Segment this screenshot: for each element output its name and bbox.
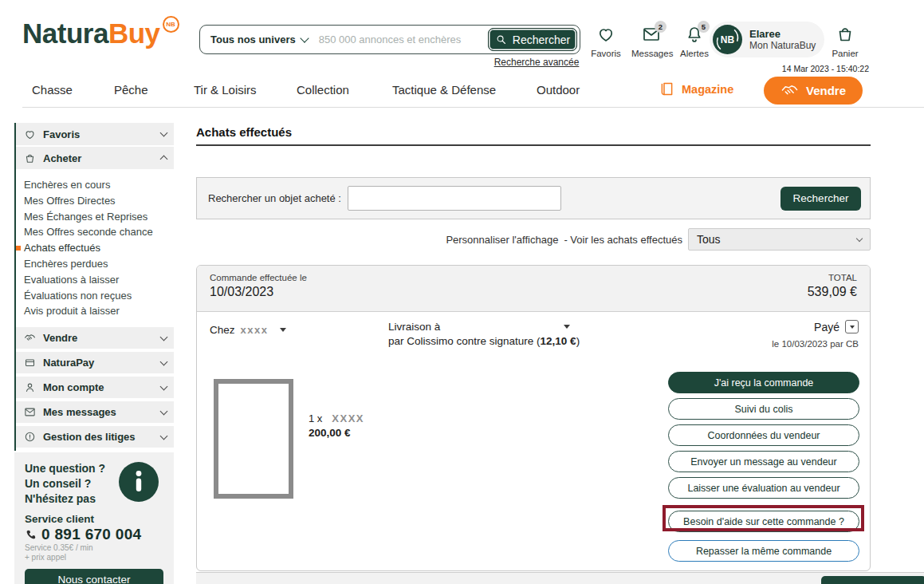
- chevron-down-icon: [160, 333, 168, 341]
- payment-details: le 10/03/2023 par CB: [772, 339, 859, 349]
- search-input[interactable]: [317, 33, 486, 46]
- sidebar-item-vendre[interactable]: Vendre: [16, 327, 174, 349]
- sidebar-item-offres-seconde-chance[interactable]: Mes Offres seconde chance: [16, 224, 174, 240]
- universe-selector[interactable]: Tous nos univers: [210, 34, 308, 45]
- package-tracking-button[interactable]: Suivi du colis: [668, 398, 859, 420]
- order-card: Commande effectuée le 10/03/2023 TOTAL 5…: [196, 265, 871, 571]
- sidebar-item-echanges-reprises[interactable]: Mes Échanges et Reprises: [16, 209, 174, 225]
- orders-filter-select[interactable]: Tous: [688, 228, 871, 251]
- chevron-down-icon: [160, 129, 168, 137]
- heart-icon: [24, 128, 36, 140]
- payment-dropdown-button[interactable]: [845, 320, 859, 333]
- seller-contact-details-button[interactable]: Coordonnées du vendeur: [668, 424, 859, 446]
- sidebar-item-mes-messages[interactable]: Mes messages: [16, 401, 174, 423]
- message-seller-button[interactable]: Envoyer un message au vendeur: [668, 451, 859, 472]
- sidebar-item-encheres-en-cours[interactable]: Enchères en cours: [16, 177, 174, 193]
- sidebar-item-gestion-litiges[interactable]: Gestion des litiges: [16, 426, 174, 448]
- order-total-value: 539,09 €: [808, 285, 857, 299]
- item-quantity: 1 x: [309, 412, 322, 424]
- order-search-button[interactable]: Rechercher: [780, 187, 861, 211]
- sidebar-item-offres-directes[interactable]: Mes Offres Directes: [16, 193, 174, 209]
- nav-item-collection[interactable]: Collection: [297, 83, 349, 97]
- nav-item-chasse[interactable]: Chasse: [32, 83, 73, 97]
- advanced-search-link[interactable]: Recherche avancée: [492, 57, 581, 68]
- magazine-link[interactable]: Magazine: [659, 81, 733, 97]
- delivery-label: Livraison à: [388, 320, 651, 334]
- sidebar-item-achats-effectues[interactable]: Achats effectués: [16, 240, 174, 256]
- chevron-down-icon: [856, 235, 863, 241]
- seller-name: xxxx: [241, 324, 269, 336]
- search-icon: [495, 34, 507, 45]
- logo-text-natura: Natura: [22, 18, 108, 49]
- cart-button[interactable]: Panier: [829, 25, 861, 58]
- order-help-button[interactable]: Besoin d'aide sur cette commande ?: [668, 511, 859, 532]
- nav-divider: [22, 107, 924, 108]
- item-name: XXXX: [332, 412, 364, 424]
- display-prefix-label: Personnaliser l'affichage: [446, 234, 558, 246]
- heart-icon: [596, 25, 615, 44]
- datetime-display: 14 Mar 2023 - 15:40:22: [757, 64, 869, 73]
- order-card-header: Commande effectuée le 10/03/2023 TOTAL 5…: [197, 266, 870, 312]
- sell-button-label: Vendre: [806, 84, 846, 97]
- delivery-method: par Colissimo contre signature (: [388, 335, 541, 347]
- order-search-input[interactable]: [348, 186, 561, 211]
- chevron-down-icon: [160, 407, 168, 415]
- seller-dropdown[interactable]: Chez xxxx: [210, 324, 286, 336]
- wallet-icon: [24, 357, 36, 369]
- nav-item-tactique-defense[interactable]: Tactique & Défense: [392, 83, 496, 97]
- sidebar-item-naturapay[interactable]: NaturaPay: [16, 352, 174, 373]
- payment-block: Payé le 10/03/2023 par CB: [772, 320, 859, 349]
- delivery-cost: 12,10 €: [541, 335, 576, 347]
- delivery-dropdown-triangle-icon[interactable]: [564, 325, 570, 329]
- order-total-label: TOTAL: [808, 273, 857, 282]
- sidebar-item-avis-produit[interactable]: Avis produit à laisser: [16, 303, 174, 319]
- service-client-label: Service client: [25, 513, 163, 525]
- favorites-label: Favoris: [590, 49, 622, 58]
- alerts-button[interactable]: 5 Alertes: [677, 25, 712, 58]
- order-search-panel: Rechercher un objet acheté : Rechercher: [196, 177, 871, 219]
- sidebar-item-encheres-perdues[interactable]: Enchères perdues: [16, 256, 174, 272]
- favorites-button[interactable]: Favoris: [590, 25, 622, 58]
- nav-item-tir-loisirs[interactable]: Tir & Loisirs: [194, 83, 257, 97]
- sidebar-item-evaluations-a-laisser[interactable]: Evaluations à laisser: [16, 272, 174, 288]
- sell-button[interactable]: Vendre: [764, 77, 863, 105]
- handshake-icon: [780, 81, 799, 100]
- logo-text-buy: Buy: [108, 18, 160, 49]
- basket-icon: [836, 25, 855, 44]
- sidebar-item-favoris[interactable]: Favoris: [16, 123, 174, 145]
- phone-rate-line2: + prix appel: [25, 553, 163, 562]
- reorder-button[interactable]: Repasser la même commande: [668, 540, 859, 562]
- account-menu[interactable]: NB Elaree Mon NaturaBuy: [710, 22, 824, 57]
- order-actions: J'ai reçu la commande Suivi du colis Coo…: [668, 372, 859, 566]
- nav-item-peche[interactable]: Pêche: [114, 83, 148, 97]
- sidebar-item-acheter[interactable]: Acheter: [16, 147, 174, 169]
- messages-badge: 2: [655, 21, 666, 33]
- chevron-down-icon: [160, 357, 168, 365]
- contact-us-button[interactable]: Nous contacter: [25, 569, 163, 584]
- received-order-button[interactable]: J'ai reçu la commande: [668, 372, 859, 393]
- chevron-down-icon: [300, 34, 309, 42]
- search-button[interactable]: Rechercher: [488, 28, 577, 51]
- chevron-up-icon: [160, 156, 168, 164]
- order-date-label: Commande effectuée le: [210, 273, 307, 282]
- payment-status: Payé: [814, 321, 839, 333]
- user-account-label: Mon NaturaBuy: [749, 40, 816, 51]
- messages-label: Messages: [631, 49, 671, 58]
- nav-item-outdoor[interactable]: Outdoor: [537, 83, 580, 97]
- seller-prefix: Chez: [210, 324, 235, 336]
- info-icon: [119, 462, 159, 502]
- item-price: 200,00 €: [309, 427, 364, 439]
- sidebar-item-evaluations-non-recues[interactable]: Évaluations non reçues: [16, 288, 174, 304]
- delivery-info: Livraison à par Colissimo contre signatu…: [388, 320, 651, 349]
- sidebar-item-mon-compte[interactable]: Mon compte: [16, 377, 174, 398]
- leave-review-button[interactable]: Laisser une évaluation au vendeur: [668, 477, 859, 499]
- avatar: NB: [713, 25, 742, 54]
- naturabuy-logo[interactable]: NaturaBuy NB: [22, 18, 179, 49]
- order-card-body: Chez xxxx Livraison à par Colissimo cont…: [197, 312, 870, 570]
- search-bar: Tous nos univers Rechercher: [199, 25, 580, 54]
- magazine-label: Magazine: [682, 83, 733, 96]
- alerts-label: Alertes: [677, 49, 712, 58]
- chevron-down-icon: [160, 432, 168, 440]
- active-bullet-icon: [16, 246, 21, 251]
- messages-button[interactable]: 2 Messages: [631, 25, 671, 58]
